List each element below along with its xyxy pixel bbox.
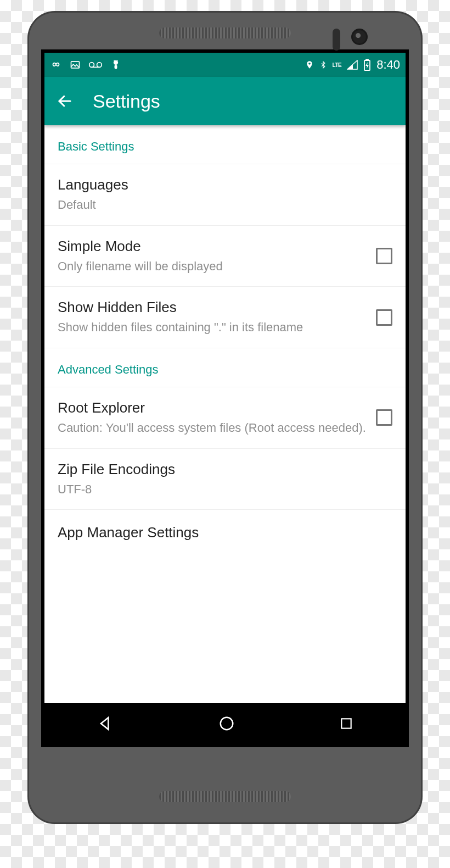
- status-left: [50, 59, 121, 71]
- pref-root-explorer[interactable]: Root Explorer Caution: You'll access sys…: [44, 387, 406, 449]
- pref-subtitle: UTF-8: [58, 481, 392, 498]
- phone-sensor: [333, 29, 340, 51]
- checkbox-simple-mode[interactable]: [376, 248, 392, 264]
- pref-subtitle: Show hidden files containing "." in its …: [58, 319, 367, 336]
- pref-languages[interactable]: Languages Default: [44, 164, 406, 226]
- pref-title: Simple Mode: [58, 238, 367, 255]
- nav-recent-button[interactable]: [339, 716, 353, 731]
- pref-simple-mode[interactable]: Simple Mode Only filename will be displa…: [44, 226, 406, 287]
- settings-list[interactable]: Basic Settings Languages Default Simple …: [44, 125, 406, 703]
- svg-rect-12: [341, 719, 351, 728]
- svg-point-2: [97, 63, 102, 68]
- pref-title: Zip File Encodings: [58, 461, 392, 478]
- page-title: Settings: [93, 91, 160, 112]
- back-button[interactable]: [57, 93, 73, 109]
- nav-home-button[interactable]: [218, 715, 235, 732]
- screen-bezel: LTE 8:40: [41, 49, 409, 747]
- pref-zip-file-encodings[interactable]: Zip File Encodings UTF-8: [44, 449, 406, 510]
- pref-title: Root Explorer: [58, 399, 367, 416]
- svg-point-1: [89, 63, 94, 68]
- image-icon: [70, 59, 81, 70]
- svg-point-11: [221, 717, 233, 730]
- svg-rect-9: [366, 59, 368, 60]
- signal-icon: [347, 60, 358, 70]
- voicemail-icon: [88, 59, 103, 70]
- phone-frame: LTE 8:40: [27, 11, 423, 824]
- lte-icon: LTE: [333, 62, 342, 68]
- section-advanced-settings: Advanced Settings: [44, 348, 406, 387]
- phone-camera: [351, 29, 368, 45]
- status-bar: LTE 8:40: [44, 53, 406, 77]
- pref-subtitle: Caution: You'll access system files (Roo…: [58, 420, 367, 436]
- android-nav-bar: [44, 703, 406, 744]
- section-basic-settings: Basic Settings: [44, 125, 406, 164]
- status-right: LTE 8:40: [305, 58, 400, 72]
- android-icon: [110, 59, 121, 71]
- battery-charging-icon: [363, 59, 371, 71]
- screen: LTE 8:40: [44, 53, 406, 744]
- location-icon: [305, 59, 314, 70]
- infinity-icon: [50, 59, 62, 71]
- pref-title: Show Hidden Files: [58, 299, 367, 316]
- phone-speaker-bottom: [159, 791, 291, 802]
- phone-speaker-top: [159, 27, 291, 38]
- status-clock: 8:40: [376, 58, 400, 72]
- section-app-manager-settings: App Manager Settings: [44, 510, 406, 551]
- bluetooth-icon: [319, 59, 327, 71]
- nav-back-button[interactable]: [97, 715, 114, 732]
- pref-title: Languages: [58, 176, 392, 193]
- pref-subtitle: Only filename will be displayed: [58, 258, 367, 275]
- app-bar: Settings: [44, 77, 406, 125]
- svg-rect-5: [115, 65, 117, 69]
- pref-show-hidden-files[interactable]: Show Hidden Files Show hidden files cont…: [44, 287, 406, 348]
- pref-subtitle: Default: [58, 197, 392, 213]
- checkbox-show-hidden[interactable]: [376, 309, 392, 326]
- checkbox-root-explorer[interactable]: [376, 409, 392, 426]
